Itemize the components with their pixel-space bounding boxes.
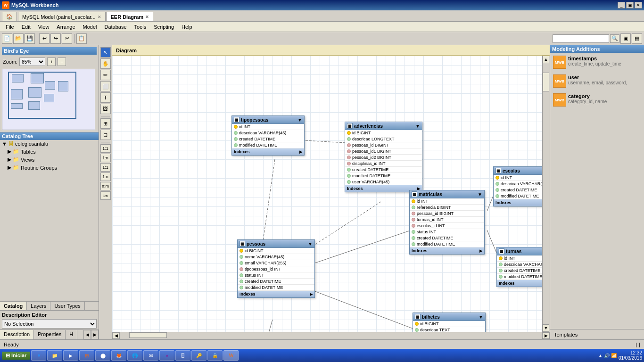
scroll-down-button[interactable]: ▼ — [543, 324, 549, 332]
toolbar-open[interactable]: 📂 — [13, 33, 24, 44]
table-tipopessoas[interactable]: ▦ tipopessoas ▼ id INT descricao VARCHAR… — [231, 115, 305, 156]
tool-table[interactable]: ⊞ — [100, 118, 111, 129]
menu-tools[interactable]: Tools — [131, 23, 150, 31]
table-matriculas[interactable]: ▦ matriculas ▼ id INT referencia BIGINT — [409, 190, 485, 255]
modeling-item-user[interactable]: MWB user username, email, password, — [552, 74, 642, 89]
tool-edit[interactable]: ✏ — [100, 70, 111, 80]
tab-user-types[interactable]: User Types — [50, 302, 84, 310]
minimize-button[interactable]: _ — [618, 2, 625, 8]
table-header-pessoas[interactable]: ▦ pessoas ▼ — [238, 240, 314, 248]
taskbar-explorer[interactable]: 📁 — [47, 350, 62, 361]
indexes-escolas[interactable]: Indexes ▶ — [494, 199, 542, 206]
taskbar-firefox[interactable]: 🦊 — [111, 350, 126, 361]
taskbar-media[interactable]: ▶ — [63, 350, 78, 361]
close-button[interactable]: ✕ — [635, 2, 642, 8]
arrow-left[interactable]: ◀ — [83, 330, 91, 339]
zoom-in-button[interactable]: + — [47, 58, 56, 66]
zoom-out-button[interactable]: − — [58, 58, 66, 66]
menu-view[interactable]: View — [34, 23, 53, 31]
table-escolas[interactable]: ▦ escolas ▼ id INT descricao VARCHAR(45) — [493, 166, 542, 206]
modeling-item-category[interactable]: MWB category category_id, name — [552, 92, 642, 107]
toolbar-undo[interactable]: ↩ — [39, 33, 50, 44]
toolbar-save[interactable]: 💾 — [25, 33, 35, 44]
toolbar-view1[interactable]: ▣ — [620, 33, 631, 44]
vertical-scrollbar[interactable]: ▲ ▼ — [542, 56, 550, 332]
table-advertencias[interactable]: ▦ advertencias ▼ id BIGINT descricao LON… — [345, 122, 422, 192]
tool-1-n-id[interactable]: 1:n — [100, 173, 111, 181]
taskbar-lock[interactable]: 🔒 — [207, 350, 223, 361]
taskbar-chrome[interactable]: ⬤ — [95, 350, 110, 361]
tool-view[interactable]: ⊟ — [100, 130, 111, 140]
table-header-tipopessoas[interactable]: ▦ tipopessoas ▼ — [232, 116, 304, 124]
arrow-right[interactable]: ▶ — [91, 330, 99, 339]
menu-arrange[interactable]: Arrange — [53, 23, 79, 31]
menu-help[interactable]: Help — [178, 23, 196, 31]
taskbar-ms[interactable]: ⊞ — [79, 350, 94, 361]
menu-model[interactable]: Model — [79, 23, 101, 31]
tab-description[interactable]: Description — [0, 330, 34, 339]
diagram-canvas[interactable]: ▦ tipopessoas ▼ id INT descricao VARCHAR… — [112, 56, 542, 332]
search-button[interactable]: 🔍 — [610, 34, 619, 43]
tool-1-n[interactable]: 1:n — [100, 154, 111, 162]
restore-button[interactable]: ▣ — [626, 2, 634, 8]
tool-pan[interactable]: ✋ — [100, 58, 111, 69]
tree-db-item[interactable]: ▼ 🗄 colegiosantalu — [0, 140, 99, 148]
toolbar-scissors[interactable]: ✂ — [62, 33, 72, 44]
tree-views[interactable]: ▶ 📁 Views — [0, 156, 99, 164]
table-header-matriculas[interactable]: ▦ matriculas ▼ — [410, 190, 484, 198]
scroll-up-button[interactable]: ▲ — [543, 56, 549, 63]
tool-rectangle[interactable]: ⬜ — [100, 81, 111, 91]
tool-text[interactable]: T — [100, 92, 111, 103]
tool-image[interactable]: 🖼 — [100, 104, 111, 114]
no-selection-dropdown[interactable]: No Selection — [2, 319, 97, 329]
indexes-matriculas[interactable]: Indexes ▶ — [410, 247, 484, 254]
tool-n-m[interactable]: n:m — [100, 182, 111, 190]
taskbar-workbench[interactable]: W — [223, 350, 239, 361]
taskbar-vs[interactable]: ♦ — [159, 350, 174, 361]
scroll-thumb[interactable] — [543, 73, 549, 91]
indexes-pessoas[interactable]: Indexes ▶ — [238, 291, 314, 297]
tab-properties[interactable]: Properties — [34, 330, 66, 339]
taskbar-db[interactable]: 🗄 — [175, 350, 190, 361]
toolbar-copy[interactable]: 📋 — [76, 33, 87, 44]
tab-layers[interactable]: Layers — [27, 302, 50, 310]
eer-tab[interactable]: EER Diagram ✕ — [107, 12, 154, 21]
tool-1-1-id[interactable]: 1:1 — [100, 163, 111, 172]
home-tab[interactable]: 🏠 — [2, 12, 17, 21]
tool-1-n-nn[interactable]: 1:n — [100, 191, 111, 200]
modeling-item-timestamps[interactable]: MWB timestamps create_time, update_time — [552, 55, 642, 70]
tool-select[interactable]: ↖ — [100, 47, 111, 58]
toolbar-view2[interactable]: ▤ — [632, 33, 642, 44]
indexes-tipopessoas[interactable]: Indexes ▶ — [232, 148, 304, 155]
menu-scripting[interactable]: Scripting — [150, 23, 178, 31]
tab-h[interactable]: H — [66, 330, 77, 339]
table-header-advertencias[interactable]: ▦ advertencias ▼ — [345, 122, 422, 130]
taskbar-email[interactable]: ✉ — [143, 350, 158, 361]
model-tab-close[interactable]: ✕ — [98, 15, 101, 19]
scroll-h-thumb[interactable] — [129, 332, 167, 338]
scroll-left-button[interactable]: ◀ — [112, 332, 120, 339]
taskbar-key[interactable]: 🔑 — [191, 350, 206, 361]
zoom-select[interactable]: 85% 100% 75% — [19, 58, 45, 66]
title-bar-controls[interactable]: _ ▣ ✕ — [618, 2, 642, 8]
start-button[interactable]: ⊞ Iniciar — [2, 352, 30, 360]
indexes-turmas[interactable]: Indexes ▶ — [497, 280, 542, 287]
tree-routines[interactable]: ▶ 📁 Routine Groups — [0, 164, 99, 172]
table-header-escolas[interactable]: ▦ escolas ▼ — [494, 167, 542, 175]
tab-catalog[interactable]: Catalog — [0, 302, 27, 310]
table-turmas[interactable]: ▦ turmas ▼ id INT descricao VARCHAR(45) — [496, 247, 542, 287]
model-tab[interactable]: MySQL Model (painel_escolar... ✕ — [18, 12, 106, 21]
eer-tab-close[interactable]: ✕ — [145, 15, 149, 19]
menu-database[interactable]: Database — [100, 23, 130, 31]
table-header-turmas[interactable]: ▦ turmas ▼ — [497, 247, 542, 255]
menu-file[interactable]: File — [2, 23, 18, 31]
table-pessoas[interactable]: ▦ pessoas ▼ id BIGINT nome VARCHAR(45) — [237, 239, 315, 298]
search-input[interactable] — [553, 34, 609, 43]
tree-tables[interactable]: ▶ 📁 Tables — [0, 148, 99, 156]
table-header-bilhetes[interactable]: ▦ bilhetes ▼ — [413, 313, 485, 321]
toolbar-redo[interactable]: ↪ — [50, 33, 61, 44]
tool-1-1[interactable]: 1:1 — [100, 144, 111, 153]
scroll-right-button[interactable]: ▶ — [542, 332, 550, 339]
horizontal-scrollbar[interactable]: ◀ ▶ — [112, 332, 550, 339]
menu-edit[interactable]: Edit — [18, 23, 34, 31]
